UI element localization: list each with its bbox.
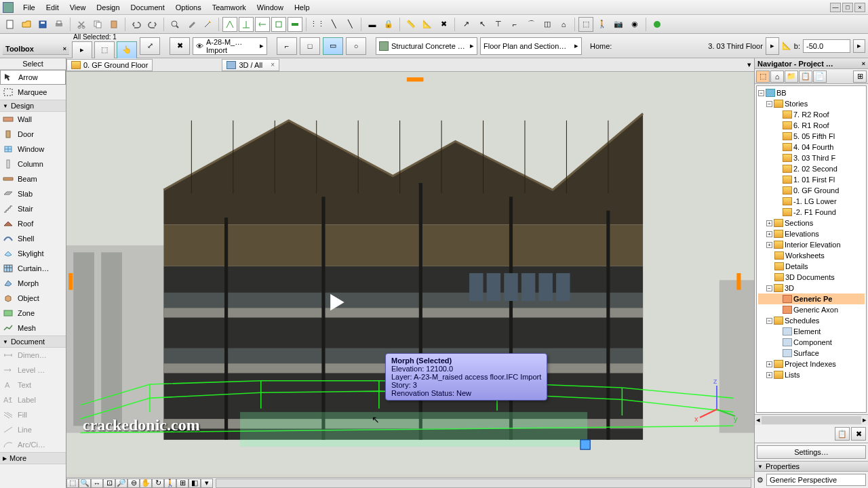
measure-icon[interactable]: 📏 bbox=[403, 17, 418, 32]
tree-expand-icon[interactable]: + bbox=[766, 231, 772, 237]
view3d-icon[interactable]: ⬚ bbox=[578, 17, 593, 32]
grid-icon[interactable]: ⋮⋮ bbox=[310, 17, 325, 32]
info-btn1[interactable]: ▸ bbox=[72, 41, 92, 59]
menu-view[interactable]: View bbox=[64, 2, 92, 13]
camera-icon[interactable]: 📷 bbox=[611, 17, 626, 32]
tab-3d-all[interactable]: 3D / All × bbox=[222, 59, 279, 71]
tool-fill[interactable]: Fill bbox=[0, 407, 66, 422]
paste-icon[interactable] bbox=[106, 17, 121, 32]
tree-story[interactable]: 2. 02 Second bbox=[793, 165, 837, 173]
tool-object[interactable]: Object bbox=[0, 291, 66, 306]
undo-icon[interactable] bbox=[129, 17, 144, 32]
tree-story[interactable]: 4. 04 Fourth bbox=[793, 143, 833, 151]
vbtn-7[interactable]: ✋ bbox=[140, 479, 152, 488]
save-icon[interactable] bbox=[35, 17, 50, 32]
vbtn-4[interactable]: ⊡ bbox=[103, 479, 115, 488]
info-cross[interactable]: ✖ bbox=[170, 37, 190, 55]
b-input[interactable] bbox=[803, 39, 850, 53]
tree-3d-view[interactable]: Generic Axon bbox=[793, 306, 838, 314]
tree-collapse-icon[interactable]: − bbox=[766, 285, 772, 291]
floorplan-combo[interactable]: Floor Plan and Section… ▸ bbox=[480, 37, 582, 55]
tree-group[interactable]: Interior Elevation bbox=[785, 241, 841, 249]
info-btn2[interactable]: ⬚ bbox=[94, 41, 115, 59]
tree-story[interactable]: 6. R1 Roof bbox=[793, 121, 829, 129]
copy-icon[interactable] bbox=[90, 17, 105, 32]
b-play[interactable]: ▸ bbox=[853, 39, 865, 53]
menu-file[interactable]: File bbox=[18, 2, 41, 13]
nav-view5[interactable]: 📄 bbox=[813, 70, 827, 83]
minimize-button[interactable]: — bbox=[830, 3, 841, 12]
tree-group[interactable]: Details bbox=[785, 262, 808, 270]
info-btn3[interactable]: 👆 bbox=[117, 41, 137, 59]
tool-shell[interactable]: Shell bbox=[0, 231, 66, 246]
redo-icon[interactable] bbox=[145, 17, 160, 32]
vbtn-9[interactable]: 🚶 bbox=[164, 479, 176, 488]
tool-label[interactable]: A1Label bbox=[0, 392, 66, 407]
tool-d-icon[interactable]: ⌐ bbox=[507, 17, 522, 32]
tree-expand-icon[interactable]: + bbox=[766, 220, 772, 226]
tree-group[interactable]: Lists bbox=[785, 371, 800, 379]
vbtn-6[interactable]: ⊖ bbox=[127, 479, 140, 488]
toolbox-more-section[interactable]: ▶More bbox=[0, 452, 66, 464]
tool-level[interactable]: Level … bbox=[0, 363, 66, 378]
layer-combo[interactable]: 👁 A-28-M_…Import ▸ bbox=[193, 37, 267, 55]
lock-icon[interactable]: 🔒 bbox=[381, 17, 396, 32]
tree-story[interactable]: 5. 05 Fifth Fl bbox=[793, 132, 835, 140]
tool-dimension[interactable]: Dimen… bbox=[0, 348, 66, 363]
tool-window[interactable]: Window bbox=[0, 142, 66, 157]
vbtn-12[interactable]: ▾ bbox=[201, 479, 213, 488]
print-icon[interactable] bbox=[52, 17, 66, 32]
tree-story[interactable]: 1. 01 First Fl bbox=[793, 176, 835, 184]
nav-action2[interactable]: ✖ bbox=[851, 427, 866, 441]
tool-c-icon[interactable]: ⊤ bbox=[491, 17, 506, 32]
tool-beam[interactable]: Beam bbox=[0, 171, 66, 186]
toolbox-close-icon[interactable]: × bbox=[63, 45, 66, 52]
nav-view4[interactable]: 📋 bbox=[799, 70, 812, 83]
info-expand[interactable]: ⤢ bbox=[140, 37, 160, 55]
tool-b-icon[interactable]: ↖ bbox=[475, 17, 490, 32]
nav-view1[interactable]: ⬚ bbox=[756, 70, 770, 83]
mode2-icon[interactable] bbox=[239, 17, 254, 32]
menu-options[interactable]: Options bbox=[170, 2, 207, 13]
tree-story[interactable]: 7. R2 Roof bbox=[793, 110, 829, 119]
geom3-icon[interactable]: ▭ bbox=[323, 37, 343, 55]
tree-3d[interactable]: 3D bbox=[785, 284, 794, 292]
tree-expand-icon[interactable]: + bbox=[766, 361, 772, 367]
tree-stories[interactable]: Stories bbox=[785, 100, 808, 108]
menu-edit[interactable]: Edit bbox=[41, 2, 64, 13]
tree-group[interactable]: Sections bbox=[785, 219, 813, 227]
tree-story[interactable]: 3. 03 Third F bbox=[793, 154, 835, 162]
properties-combo[interactable]: Generic Perspective bbox=[766, 474, 866, 486]
maximize-button[interactable]: □ bbox=[842, 3, 853, 12]
story-dropdown[interactable]: ▸ bbox=[766, 37, 779, 55]
menu-design[interactable]: Design bbox=[91, 2, 125, 13]
tool-f-icon[interactable]: ◫ bbox=[540, 17, 555, 32]
tree-expand-icon[interactable]: + bbox=[766, 242, 772, 248]
material-combo[interactable]: Structural Concrete … ▸ bbox=[376, 37, 477, 55]
tool-line[interactable]: Line bbox=[0, 422, 66, 437]
tree-collapse-icon[interactable]: − bbox=[758, 90, 764, 96]
render-icon[interactable]: ◉ bbox=[627, 17, 642, 32]
tab-ground-floor[interactable]: 0. GF Ground Floor bbox=[66, 59, 153, 71]
vbtn-11[interactable]: ◧ bbox=[189, 479, 201, 488]
new-file-icon[interactable] bbox=[3, 17, 18, 32]
sync-icon[interactable] bbox=[650, 17, 665, 32]
tree-schedule[interactable]: Element bbox=[793, 327, 821, 336]
tree-collapse-icon[interactable]: − bbox=[766, 318, 772, 324]
tree-group[interactable]: Elevations bbox=[785, 230, 819, 238]
nav-action1[interactable]: 📋 bbox=[835, 427, 850, 441]
tree-schedules[interactable]: Schedules bbox=[785, 317, 819, 325]
vbtn-5[interactable]: 🔎 bbox=[115, 479, 127, 488]
tree-group[interactable]: Worksheets bbox=[785, 251, 825, 260]
diag2-icon[interactable]: ╲ bbox=[342, 17, 357, 32]
tool-wall[interactable]: Wall bbox=[0, 112, 66, 127]
menu-help[interactable]: Help bbox=[289, 2, 315, 13]
tool-zone[interactable]: Zone bbox=[0, 306, 66, 321]
tab-close-icon[interactable]: × bbox=[271, 61, 275, 68]
tree-group[interactable]: 3D Documents bbox=[785, 273, 835, 281]
tree-schedule[interactable]: Component bbox=[793, 338, 832, 346]
cancel-icon[interactable]: ✖ bbox=[436, 17, 451, 32]
tool-a-icon[interactable]: ↗ bbox=[458, 17, 473, 32]
toolbox-document-section[interactable]: ▼Document bbox=[0, 336, 66, 348]
diag1-icon[interactable]: ╲ bbox=[326, 17, 341, 32]
